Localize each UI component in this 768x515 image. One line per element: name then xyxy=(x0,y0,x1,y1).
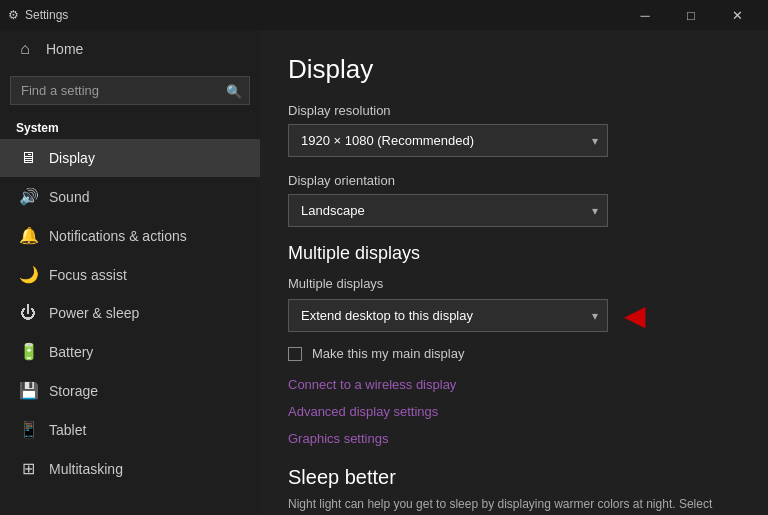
sidebar-item-focus-label: Focus assist xyxy=(49,267,127,283)
sidebar-item-sound-label: Sound xyxy=(49,189,89,205)
display-icon: 🖥 xyxy=(19,149,37,167)
display-orientation-dropdown-wrapper: Landscape ▾ xyxy=(288,194,608,227)
sidebar-item-home[interactable]: ⌂ Home xyxy=(0,30,260,68)
sound-icon: 🔊 xyxy=(19,187,37,206)
sidebar-item-notifications-label: Notifications & actions xyxy=(49,228,187,244)
display-resolution-label: Display resolution xyxy=(288,103,740,118)
page-title: Display xyxy=(288,54,740,85)
sidebar-item-focus[interactable]: 🌙 Focus assist xyxy=(0,255,260,294)
multiple-displays-select[interactable]: Extend desktop to this display xyxy=(288,299,608,332)
sleep-description: Night light can help you get to sleep by… xyxy=(288,495,740,515)
graphics-settings-link[interactable]: Graphics settings xyxy=(288,431,740,446)
sidebar-item-battery-label: Battery xyxy=(49,344,93,360)
sidebar-item-power-label: Power & sleep xyxy=(49,305,139,321)
sidebar: ⌂ Home 🔍 System 🖥 Display 🔊 Sound 🔔 Noti… xyxy=(0,30,260,515)
sidebar-item-display-label: Display xyxy=(49,150,95,166)
sidebar-item-notifications[interactable]: 🔔 Notifications & actions xyxy=(0,216,260,255)
make-main-display-checkbox[interactable] xyxy=(288,347,302,361)
connect-wireless-link[interactable]: Connect to a wireless display xyxy=(288,377,740,392)
battery-icon: 🔋 xyxy=(19,342,37,361)
sidebar-item-multitasking-label: Multitasking xyxy=(49,461,123,477)
sidebar-item-tablet[interactable]: 📱 Tablet xyxy=(0,410,260,449)
sidebar-section-label: System xyxy=(0,115,260,139)
multiple-displays-row: Extend desktop to this display ▾ ◀ xyxy=(288,299,740,332)
multiple-displays-sublabel: Multiple displays xyxy=(288,276,740,291)
main-layout: ⌂ Home 🔍 System 🖥 Display 🔊 Sound 🔔 Noti… xyxy=(0,30,768,515)
make-main-display-label: Make this my main display xyxy=(312,346,464,361)
red-arrow-icon: ◀ xyxy=(624,302,646,330)
tablet-icon: 📱 xyxy=(19,420,37,439)
multiple-displays-section-title: Multiple displays xyxy=(288,243,740,264)
titlebar-title-area: ⚙ Settings xyxy=(8,8,68,22)
close-button[interactable]: ✕ xyxy=(714,0,760,30)
sidebar-item-battery[interactable]: 🔋 Battery xyxy=(0,332,260,371)
titlebar: ⚙ Settings ─ □ ✕ xyxy=(0,0,768,30)
focus-icon: 🌙 xyxy=(19,265,37,284)
titlebar-title: Settings xyxy=(25,8,68,22)
sidebar-item-sound[interactable]: 🔊 Sound xyxy=(0,177,260,216)
sidebar-item-multitasking[interactable]: ⊞ Multitasking xyxy=(0,449,260,488)
maximize-button[interactable]: □ xyxy=(668,0,714,30)
display-resolution-select[interactable]: 1920 × 1080 (Recommended) xyxy=(288,124,608,157)
display-resolution-dropdown-wrapper: 1920 × 1080 (Recommended) ▾ xyxy=(288,124,608,157)
sidebar-search-container: 🔍 xyxy=(10,76,250,105)
sidebar-item-storage-label: Storage xyxy=(49,383,98,399)
advanced-display-link[interactable]: Advanced display settings xyxy=(288,404,740,419)
notifications-icon: 🔔 xyxy=(19,226,37,245)
sidebar-item-tablet-label: Tablet xyxy=(49,422,86,438)
minimize-button[interactable]: ─ xyxy=(622,0,668,30)
storage-icon: 💾 xyxy=(19,381,37,400)
sidebar-item-storage[interactable]: 💾 Storage xyxy=(0,371,260,410)
sleep-section-title: Sleep better xyxy=(288,458,740,489)
search-icon: 🔍 xyxy=(226,83,242,98)
home-icon: ⌂ xyxy=(16,40,34,58)
settings-icon: ⚙ xyxy=(8,8,19,22)
sidebar-item-power[interactable]: ⏻ Power & sleep xyxy=(0,294,260,332)
sidebar-home-label: Home xyxy=(46,41,83,57)
display-orientation-select[interactable]: Landscape xyxy=(288,194,608,227)
make-main-display-row: Make this my main display xyxy=(288,346,740,361)
multitasking-icon: ⊞ xyxy=(19,459,37,478)
power-icon: ⏻ xyxy=(19,304,37,322)
sidebar-item-display[interactable]: 🖥 Display xyxy=(0,139,260,177)
display-orientation-label: Display orientation xyxy=(288,173,740,188)
search-input[interactable] xyxy=(10,76,250,105)
content-area: Display Display resolution 1920 × 1080 (… xyxy=(260,30,768,515)
titlebar-controls: ─ □ ✕ xyxy=(622,0,760,30)
multiple-displays-dropdown-wrapper: Extend desktop to this display ▾ xyxy=(288,299,608,332)
